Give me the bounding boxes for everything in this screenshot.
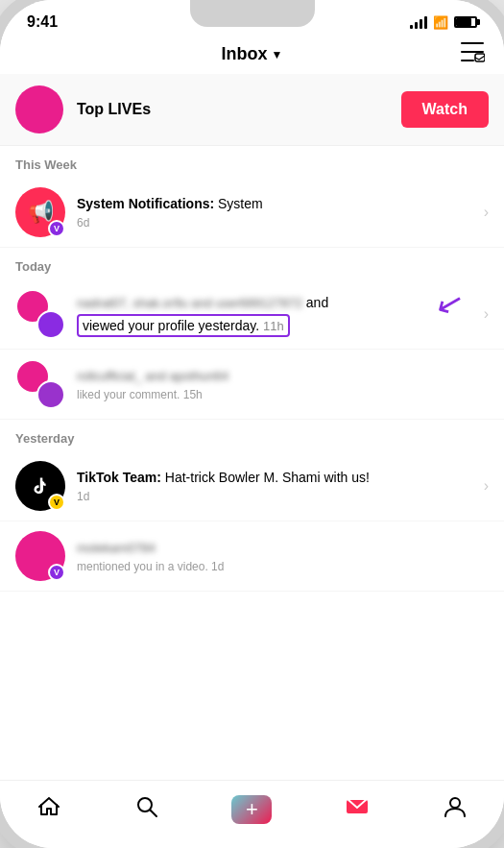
avatar-purple2: [36, 380, 65, 409]
svg-line-3: [150, 811, 156, 817]
today-label: Today: [0, 248, 504, 279]
phone-screen: 9:41 📶 Inbox ▼: [0, 0, 504, 848]
video-mention-badge: V: [48, 564, 65, 581]
chevron-right-icon: ›: [484, 305, 489, 323]
profile-view-users: nadrat07, shak.or9u and user689127872: [77, 296, 302, 310]
comment-like-action: liked your comment. 15h: [77, 388, 489, 401]
watch-button[interactable]: Watch: [401, 91, 489, 128]
chevron-right-icon-tiktok: ›: [484, 477, 489, 495]
video-mention-avatar: V: [15, 531, 65, 581]
svg-rect-0: [475, 54, 485, 61]
profile-view-notification-item[interactable]: nadrat07, shak.or9u and user689127872 an…: [0, 279, 504, 350]
profile-view-and: and: [306, 295, 328, 310]
inbox-nav-icon: [345, 794, 370, 825]
status-time: 9:41: [27, 13, 58, 31]
top-lives-label: Top LIVEs: [77, 101, 401, 118]
system-notification-text: System Notifications: System: [77, 195, 476, 214]
video-mention-action: mentioned you in a video. 1d: [77, 560, 489, 573]
comment-like-content: rollcufficial_ and apothun64 liked your …: [77, 367, 489, 401]
svg-point-4: [450, 798, 460, 808]
system-notification-subtitle: System: [218, 196, 263, 211]
comment-like-notification-item[interactable]: rollcufficial_ and apothun64 liked your …: [0, 350, 504, 420]
system-notification-title: System Notifications:: [77, 196, 214, 211]
system-notification-item[interactable]: 📢 V System Notifications: System 6d ›: [0, 178, 504, 248]
profile-icon: [443, 794, 468, 825]
header-title[interactable]: Inbox ▼: [222, 44, 283, 64]
top-lives-avatar: [15, 85, 63, 133]
tiktok-team-content: TikTok Team: Hat-trick Bowler M. Shami w…: [77, 469, 476, 503]
tiktok-verified-badge: V: [48, 494, 65, 511]
comment-like-text: rollcufficial_ and apothun64: [77, 367, 489, 386]
bottom-navigation: +: [0, 780, 504, 848]
nav-create-item[interactable]: +: [220, 791, 283, 828]
profile-view-avatars: [15, 289, 65, 339]
this-week-label: This Week: [0, 146, 504, 178]
comment-like-users: rollcufficial_ and apothun64: [77, 369, 228, 383]
system-notification-avatar: 📢 V: [15, 187, 65, 237]
phone-frame: 9:41 📶 Inbox ▼: [0, 0, 504, 848]
battery-icon: [454, 16, 477, 28]
nav-home-item[interactable]: [25, 790, 73, 829]
inbox-icon[interactable]: [460, 41, 485, 68]
video-mention-content: molekam0784 mentioned you in a video. 1d: [77, 539, 489, 573]
profile-view-content: nadrat07, shak.or9u and user689127872 an…: [77, 294, 476, 334]
nav-inbox-item[interactable]: [333, 790, 381, 829]
video-mention-text: molekam0784: [77, 539, 489, 558]
status-icons: 📶: [410, 15, 477, 30]
profile-view-action: viewed your profile yesterday. 11h: [77, 314, 290, 337]
home-icon: [36, 794, 61, 825]
comment-like-avatars: [15, 359, 65, 409]
inbox-header: Inbox ▼: [0, 36, 504, 74]
system-notification-time: 6d: [77, 216, 476, 230]
tiktok-team-time: 1d: [77, 490, 476, 503]
avatar-purple: [36, 310, 65, 339]
top-lives-banner: Top LIVEs Watch: [0, 74, 504, 146]
profile-view-text: nadrat07, shak.or9u and user689127872 an…: [77, 294, 476, 313]
video-mention-user: molekam0784: [77, 541, 156, 555]
wifi-icon: 📶: [433, 15, 448, 30]
megaphone-icon: 📢: [28, 200, 54, 225]
nav-search-item[interactable]: [123, 790, 171, 829]
phone-notch: [190, 0, 315, 27]
system-notification-content: System Notifications: System 6d: [77, 195, 476, 230]
tiktok-team-notification-item[interactable]: V TikTok Team: Hat-trick Bowler M. Shami…: [0, 451, 504, 521]
tiktok-team-text: TikTok Team: Hat-trick Bowler M. Shami w…: [77, 469, 476, 488]
signal-icon: [410, 15, 427, 29]
profile-view-action-box: viewed your profile yesterday. 11h: [77, 317, 476, 334]
tiktok-team-title: TikTok Team:: [77, 470, 161, 485]
tiktok-team-avatar: V: [15, 461, 65, 511]
content-area: Top LIVEs Watch This Week 📢 V System Not…: [0, 74, 504, 780]
search-icon: [134, 794, 159, 825]
video-mention-notification-item[interactable]: V molekam0784 mentioned you in a video. …: [0, 521, 504, 592]
nav-profile-item[interactable]: [431, 790, 479, 829]
dropdown-arrow-icon: ▼: [272, 48, 283, 61]
inbox-label: Inbox: [222, 44, 268, 64]
create-icon: +: [231, 795, 272, 824]
verified-badge: V: [48, 220, 65, 237]
yesterday-label: Yesterday: [0, 420, 504, 451]
tiktok-team-subtitle: Hat-trick Bowler M. Shami with us!: [165, 470, 370, 485]
chevron-right-icon: ›: [484, 204, 489, 221]
